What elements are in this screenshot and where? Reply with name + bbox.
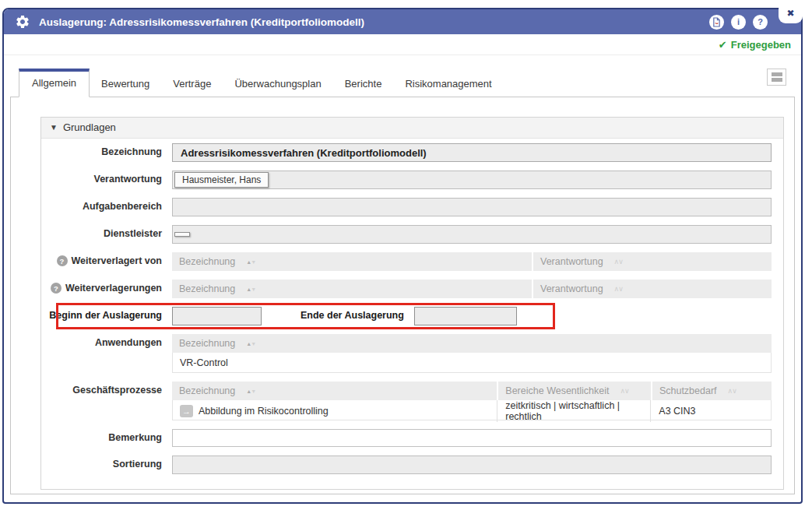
tab-risikomanagement[interactable]: Risikomanagement bbox=[393, 71, 503, 97]
tab-vertraege[interactable]: Verträge bbox=[161, 71, 223, 97]
column-header-bezeichnung[interactable]: Bezeichnung ▲▼ bbox=[172, 280, 532, 298]
sortierung-label: Sortierung bbox=[49, 455, 162, 470]
help-icon[interactable]: ? bbox=[753, 15, 768, 30]
beginn-der-auslagerung-label: Beginn der Auslagerung bbox=[49, 307, 162, 321]
geschaeftsprozesse-table-row[interactable]: → Abbildung im Risikocontrolling zeitkri… bbox=[172, 400, 772, 420]
verantwortung-chip[interactable]: Hausmeister, Hans bbox=[174, 172, 269, 188]
gear-icon bbox=[14, 14, 30, 30]
pdf-export-icon[interactable] bbox=[709, 15, 724, 30]
grundlagen-groupbox: ▼ Grundlagen Bezeichnung Adressrisikomes… bbox=[40, 117, 784, 490]
collapse-caret-icon: ▼ bbox=[50, 123, 58, 132]
grundlagen-section-header[interactable]: ▼ Grundlagen bbox=[41, 118, 783, 139]
tab-bar: Allgemein Bewertung Verträge Überwachung… bbox=[4, 69, 801, 97]
sort-icon: ∧∨ bbox=[620, 387, 629, 395]
column-header-bezeichnung[interactable]: Bezeichnung ▲▼ bbox=[172, 252, 532, 271]
weiterverlagerungen-label: ? Weiterverlagerungen bbox=[49, 280, 162, 294]
anwendungen-table-header: Bezeichnung ▲▼ bbox=[172, 334, 772, 353]
sort-icon: ▲▼ bbox=[246, 259, 255, 265]
titlebar: Auslagerung: Adressrisikomessverfahren (… bbox=[4, 9, 801, 34]
section-title: Grundlagen bbox=[63, 121, 116, 133]
column-header-verantwortung[interactable]: Verantwortung ∧∨ bbox=[533, 280, 772, 298]
sort-icon: ▲▼ bbox=[246, 287, 255, 292]
tab-content: ▼ Grundlagen Bezeichnung Adressrisikomes… bbox=[10, 97, 795, 494]
column-header-bereiche-wesentlichkeit[interactable]: Bereiche Wesentlichkeit ∧∨ bbox=[498, 382, 651, 400]
aufgabenbereich-field[interactable] bbox=[172, 198, 772, 216]
ende-der-auslagerung-field[interactable] bbox=[414, 307, 517, 325]
status-bar: ✔ Freigegeben bbox=[4, 34, 801, 55]
anwendungen-label: Anwendungen bbox=[49, 334, 162, 348]
sort-icon: ▲▼ bbox=[246, 389, 255, 394]
close-icon[interactable]: ✖ bbox=[779, 2, 803, 23]
tab-ueberwachungsplan[interactable]: Überwachungsplan bbox=[223, 71, 332, 97]
dienstleister-label: Dienstleister bbox=[49, 225, 162, 239]
column-header-verantwortung[interactable]: Verantwortung ∧∨ bbox=[533, 252, 772, 271]
geschaeftsprozesse-label: Geschäftsprozesse bbox=[49, 382, 162, 396]
weiterverlagerungen-table-header: Bezeichnung ▲▼ Verantwortung ∧∨ bbox=[172, 280, 772, 298]
dienstleister-chip[interactable] bbox=[174, 232, 190, 237]
weiterverlagert-von-label: ? Weiterverlagert von bbox=[49, 252, 162, 266]
dienstleister-field[interactable] bbox=[172, 225, 772, 244]
app-window: ✖ Auslagerung: Adressrisikomessverfahren… bbox=[2, 8, 803, 504]
sort-icon: ▲▼ bbox=[246, 341, 255, 346]
tab-berichte[interactable]: Berichte bbox=[333, 71, 394, 97]
bezeichnung-label: Bezeichnung bbox=[49, 143, 162, 157]
ende-der-auslagerung-label: Ende der Auslagerung bbox=[301, 307, 404, 321]
window-title: Auslagerung: Adressrisikomessverfahren (… bbox=[39, 16, 364, 28]
geschaeftsprozesse-table-header: Bezeichnung ▲▼ Bereiche Wesentlichkeit ∧… bbox=[172, 382, 772, 400]
sort-icon: ∧∨ bbox=[614, 258, 623, 266]
bezeichnung-field[interactable]: Adressrisikomessverfahren (Kreditportfol… bbox=[172, 143, 772, 162]
question-help-icon[interactable]: ? bbox=[57, 255, 68, 266]
column-header-schutzbedarf[interactable]: Schutzbedarf ∧∨ bbox=[652, 382, 772, 400]
verantwortung-field[interactable]: Hausmeister, Hans bbox=[172, 171, 772, 189]
tab-bewertung[interactable]: Bewertung bbox=[90, 71, 161, 97]
bemerkung-label: Bemerkung bbox=[49, 429, 162, 443]
sort-icon: ∧∨ bbox=[728, 387, 736, 395]
verantwortung-label: Verantwortung bbox=[49, 171, 162, 185]
question-help-icon[interactable]: ? bbox=[51, 283, 62, 294]
status-badge: Freigegeben bbox=[731, 39, 791, 51]
aufgabenbereich-label: Aufgabenbereich bbox=[49, 198, 162, 212]
anwendungen-table-row[interactable]: VR-Control bbox=[172, 353, 772, 373]
layout-panels-icon[interactable] bbox=[767, 69, 786, 86]
column-header-bezeichnung[interactable]: Bezeichnung ▲▼ bbox=[172, 334, 772, 353]
tab-allgemein[interactable]: Allgemein bbox=[19, 69, 90, 97]
beginn-der-auslagerung-field[interactable] bbox=[172, 307, 262, 325]
sortierung-field[interactable] bbox=[172, 455, 772, 474]
info-icon[interactable]: i bbox=[731, 15, 746, 30]
navigate-arrow-icon[interactable]: → bbox=[180, 405, 193, 417]
weiterverlagert-von-table-header: Bezeichnung ▲▼ Verantwortung ∧∨ bbox=[172, 252, 772, 271]
bemerkung-field[interactable] bbox=[172, 429, 772, 447]
checkmark-icon: ✔ bbox=[719, 39, 727, 51]
sort-icon: ∧∨ bbox=[614, 285, 623, 293]
column-header-bezeichnung[interactable]: Bezeichnung ▲▼ bbox=[172, 382, 497, 400]
